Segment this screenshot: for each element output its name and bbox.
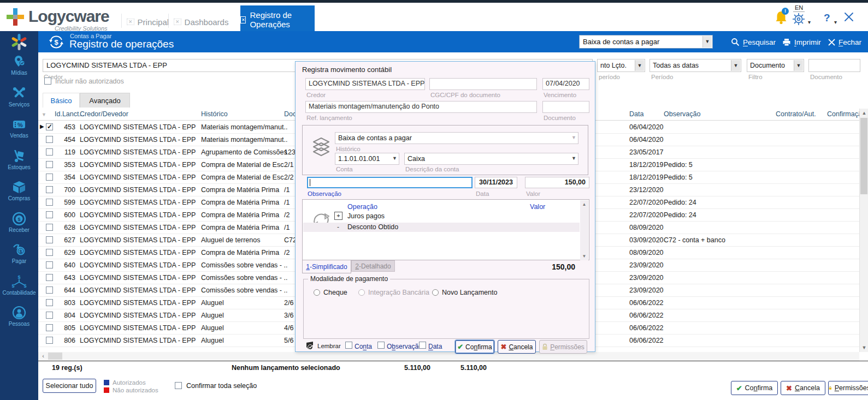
row-checkbox[interactable] — [46, 261, 53, 268]
horizontal-scrollbar[interactable]: ‹ — [38, 352, 859, 361]
row-checkbox[interactable] — [46, 174, 53, 181]
observacao-checkbox[interactable] — [377, 342, 385, 349]
col-data[interactable]: Data — [629, 110, 643, 118]
scroll-up-icon[interactable]: ▲ — [860, 109, 868, 117]
row-checkbox[interactable] — [46, 148, 53, 156]
scrollbar-thumb[interactable] — [48, 353, 62, 360]
chevron-down-icon[interactable]: ▼ — [794, 60, 803, 71]
tab-avancado[interactable]: Avançado — [80, 93, 130, 108]
valor-input[interactable]: 150,00 — [525, 177, 589, 188]
row-checkbox[interactable] — [46, 224, 53, 231]
documento-filter-input[interactable] — [808, 59, 860, 72]
radio-icon[interactable] — [314, 289, 320, 296]
vertical-scrollbar[interactable]: ▲ ▼ — [859, 109, 868, 352]
row-checkbox[interactable] — [46, 299, 53, 306]
data-input[interactable]: 30/11/2023 — [475, 177, 517, 188]
sidebar-item-compras[interactable]: Compras — [0, 180, 38, 211]
tab-registro-de-operacoes[interactable]: ✕ Registro de Operações — [240, 5, 315, 34]
descricao-conta-combobox[interactable]: Caixa ▼ — [404, 153, 578, 165]
ref-lancamento-input[interactable]: Materiais montagem/manutenção do Ponto — [305, 101, 537, 113]
tab-close-icon[interactable]: ✕ — [174, 19, 181, 25]
radio-cheque[interactable]: Cheque — [314, 289, 347, 296]
documento-input[interactable] — [542, 101, 589, 113]
help-button[interactable]: ? — [824, 12, 830, 24]
row-checkbox[interactable] — [46, 136, 53, 143]
sidebar-item-contabilidade[interactable]: $$$Contabilidade — [0, 274, 38, 305]
row-checkbox[interactable] — [46, 186, 53, 193]
scroll-down-icon[interactable]: ▼ — [860, 343, 868, 352]
operation-row-juros[interactable]: Juros pagos — [347, 212, 385, 220]
row-checkbox[interactable] — [46, 274, 53, 281]
operation-minus-sign[interactable]: - — [337, 223, 339, 231]
col-credor[interactable]: Credor/Devedor — [80, 110, 128, 118]
col-historico[interactable]: Histórico — [201, 110, 228, 118]
sidebar-item-servicos[interactable]: Serviços — [0, 86, 38, 117]
row-checkbox[interactable] — [46, 312, 53, 319]
credor-input[interactable]: LOGYCMIND SISTEMAS LTDA - EPP — [305, 78, 425, 90]
help-caret-icon[interactable]: ▾ — [834, 19, 837, 25]
row-checkbox[interactable] — [46, 324, 53, 331]
tab-detalhado[interactable]: 2-Detalhado — [351, 260, 395, 272]
tab-dashboards[interactable]: ✕ Dashboards — [174, 13, 228, 31]
col-contrato[interactable]: Contrato/Aut. — [776, 110, 816, 118]
observacao-input[interactable] — [307, 177, 473, 188]
close-button[interactable]: Fechar — [828, 35, 861, 49]
chevron-down-icon[interactable]: ▼ — [731, 60, 740, 71]
vencimento-input[interactable]: 07/04/2020 — [542, 78, 589, 90]
search-button[interactable]: Pesquisar — [731, 35, 776, 49]
row-checkbox[interactable] — [46, 199, 53, 206]
row-checkbox[interactable] — [46, 161, 53, 168]
sidebar-item-estoques[interactable]: Estoques — [0, 149, 38, 180]
operations-scrollbar[interactable]: ▲ ▼ — [580, 200, 588, 260]
modal-confirm-button[interactable]: ✔ Confirma — [455, 340, 494, 354]
confirm-button[interactable]: ✔ Confirma — [731, 381, 778, 395]
confirm-all-checkbox[interactable] — [175, 382, 182, 389]
operation-row-desconto[interactable]: Desconto Obtido — [347, 223, 398, 231]
conta-checkbox[interactable] — [345, 342, 352, 349]
filtro-combobox[interactable]: Documento ▼ — [747, 59, 804, 72]
row-checkbox[interactable] — [46, 211, 53, 218]
tab-close-icon[interactable]: ✕ — [127, 19, 134, 25]
chevron-down-icon[interactable]: ▼ — [571, 156, 576, 161]
print-button[interactable]: Imprimir — [782, 35, 821, 49]
filter-funnel-icon[interactable]: ▼ — [42, 112, 46, 117]
language-indicator[interactable]: EN — [793, 4, 805, 12]
row-checkbox[interactable] — [46, 123, 53, 130]
cancel-button[interactable]: ✖ Cancela — [781, 381, 825, 395]
sidebar-item-pagar[interactable]: $Pagar — [0, 243, 38, 273]
conta-combobox[interactable]: 1.1.01.01.001 ▼ — [335, 153, 399, 165]
chevron-down-icon[interactable]: ▼ — [392, 156, 397, 161]
permissions-button[interactable]: Permissões — [828, 381, 868, 395]
include-unauthorized-checkbox[interactable] — [44, 77, 51, 85]
select-all-button[interactable]: Selecionar tudo — [43, 379, 96, 393]
scroll-down-icon[interactable]: ▼ — [580, 254, 588, 259]
sidebar-logo[interactable] — [0, 31, 38, 52]
periodo-lcto-combobox[interactable]: nto Lçto. ▼ — [597, 59, 645, 72]
row-checkbox[interactable] — [46, 236, 53, 243]
tab-simplificado[interactable]: 1-Simplificado — [302, 260, 351, 273]
historico-combobox[interactable]: Baixa de contas a pagar ▼ — [335, 132, 578, 144]
data-checkbox[interactable] — [419, 342, 426, 349]
operation-plus-sign[interactable]: + — [334, 212, 343, 220]
settings-caret-icon[interactable]: ▾ — [808, 19, 811, 25]
radio-novo-lancamento[interactable]: Novo Lançamento — [432, 289, 497, 296]
scroll-up-icon[interactable]: ▲ — [580, 202, 588, 207]
tab-principal[interactable]: ✕ Principal — [127, 13, 169, 31]
window-close-icon[interactable] — [843, 11, 855, 23]
tab-basico[interactable]: Básico — [43, 93, 80, 108]
periodo-combobox[interactable]: Todas as datas ▼ — [649, 59, 741, 72]
tab-close-icon[interactable]: ✕ — [240, 16, 246, 23]
sidebar-item-receber[interactable]: $Receber — [0, 212, 38, 242]
radio-icon[interactable] — [432, 289, 439, 296]
row-checkbox[interactable] — [46, 337, 53, 344]
settings-gear-icon[interactable] — [792, 12, 806, 26]
modal-cancel-button[interactable]: ✖ Cancela — [498, 340, 536, 354]
scroll-left-icon[interactable]: ‹ — [39, 352, 47, 361]
sidebar-item-midias[interactable]: Mídias — [0, 55, 38, 85]
sidebar-item-pessoas[interactable]: Pessoas — [0, 306, 38, 336]
chevron-down-icon[interactable]: ▼ — [571, 135, 576, 140]
chevron-down-icon[interactable]: ▼ — [702, 36, 712, 47]
col-observacao[interactable]: Observação — [664, 110, 700, 118]
row-checkbox[interactable] — [46, 286, 53, 294]
cgc-cpf-input[interactable] — [429, 78, 537, 90]
